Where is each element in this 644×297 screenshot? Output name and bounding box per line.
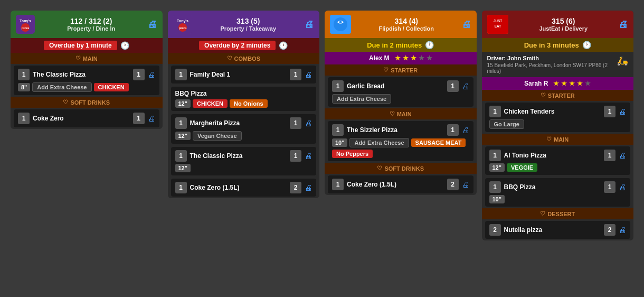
item-quantity: 1 (175, 117, 187, 129)
order-info: 314 (4) Flipdish / Collection (351, 17, 462, 32)
item-quantity: 1 (175, 150, 187, 162)
section-header-starter: ♡STARTER (325, 64, 477, 76)
modifier-row: 12"Vegan Cheese (175, 131, 312, 141)
order-info: 313 (5) Property / Takeaway (192, 17, 305, 32)
item-name: Al Tonio Pizza (504, 152, 601, 159)
item-quantity: 1 (332, 80, 344, 92)
item-print-button[interactable]: 🖨 (619, 226, 626, 234)
item-quantity-right: 1 (604, 181, 615, 193)
clock-icon: 🕐 (582, 41, 591, 49)
section-header-dessert: ♡DESSERT (482, 208, 634, 219)
driver-name: Driver: John Smith (487, 55, 614, 61)
modifier-tag: No Peppers (332, 150, 373, 158)
svg-text:Tony's: Tony's (20, 19, 31, 23)
customer-bar: Alex M★★★★★ (325, 52, 477, 64)
driver-info: Driver: John Smith 15 Beefield Park, Pec… (482, 52, 634, 77)
item-print-button[interactable]: 🖨 (148, 70, 155, 79)
item-quantity-right: 1 (604, 106, 615, 117)
svg-point-9 (339, 21, 342, 24)
order-number: 112 / 312 (2) (35, 17, 148, 25)
item-quantity-right: 1 (133, 69, 145, 80)
order-item: 1 Margherita Pizza 1 🖨 12"Vegan Cheese (171, 114, 317, 144)
svg-text:pizza: pizza (22, 26, 30, 30)
order-type: JustEat / Delivery (508, 25, 619, 32)
order-type: Property / Dine In (35, 25, 148, 32)
item-name: The Classic Pizza (190, 152, 287, 160)
item-name: The Sizzler Pizza (347, 126, 444, 134)
item-print-button[interactable]: 🖨 (305, 183, 312, 192)
modifier-tag: 12" (175, 132, 191, 140)
item-quantity-right: 2 (604, 224, 615, 236)
item-name: Chicken Tenders (504, 108, 601, 115)
item-print-button[interactable]: 🖨 (619, 151, 626, 160)
modifier-tag: 8" (18, 83, 30, 91)
item-print-button[interactable]: 🖨 (619, 107, 626, 116)
item-print-button[interactable]: 🖨 (305, 70, 312, 79)
item-name: Nutella pizza (504, 226, 601, 234)
order-info: 315 (6) JustEat / Delivery (508, 17, 619, 32)
item-quantity: 1 (175, 182, 187, 193)
customer-bar: Sarah R★★★★★ (482, 77, 634, 90)
brand-logo: Tony's pizza (16, 15, 35, 34)
item-quantity-right: 1 (290, 69, 301, 80)
item-print-button[interactable]: 🖨 (305, 152, 312, 160)
order-board: Tony's pizza 112 / 312 (2) Property / Di… (0, 0, 644, 297)
svg-text:EAT: EAT (494, 24, 501, 28)
section-header-main: ♡MAIN (325, 108, 477, 119)
item-name: Coke Zero (33, 115, 130, 122)
svg-point-8 (334, 17, 347, 31)
customer-name: Alex M (369, 54, 390, 62)
item-quantity: 1 (489, 150, 501, 161)
order-number: 314 (4) (351, 17, 462, 25)
print-button[interactable]: 🖨 (305, 19, 314, 30)
order-item: 1 Chicken Tenders 1 🖨 Go Large (485, 103, 631, 132)
print-button[interactable]: 🖨 (462, 19, 471, 30)
item-print-button[interactable]: 🖨 (305, 119, 312, 127)
item-quantity: 1 (18, 113, 30, 124)
item-print-button[interactable]: 🖨 (462, 126, 469, 134)
clock-icon: 🕐 (120, 41, 129, 50)
modifier-tag: Go Large (489, 119, 524, 129)
order-item: 1 Al Tonio Pizza 1 🖨 12"VEGGIE (485, 146, 631, 175)
modifier-tag: Add Extra Cheese (349, 138, 409, 147)
item-print-button[interactable]: 🖨 (462, 180, 469, 189)
item-print-button[interactable]: 🖨 (462, 82, 469, 90)
modifier-tag: 12" (489, 163, 505, 172)
modifier-row: 10"Add Extra CheeseSAUSAGE MEATNo Pepper… (332, 138, 469, 158)
item-name: BBQ Pizza (504, 183, 601, 191)
item-name: The Classic Pizza (33, 71, 130, 78)
section-header-combos: ♡COMBOS (168, 53, 320, 64)
modifier-row: 12" (175, 164, 312, 172)
print-button[interactable]: 🖨 (619, 19, 628, 30)
order-item: 2 Nutella pizza 2 🖨 (485, 221, 631, 239)
clock-icon: 🕐 (425, 41, 434, 49)
driver-icon: 🛵 (617, 55, 628, 67)
item-quantity-right: 1 (290, 117, 301, 129)
item-print-button[interactable]: 🖨 (148, 114, 155, 123)
item-name: Garlic Bread (347, 82, 444, 90)
order-item: 1 Coke Zero (1.5L) 2 🖨 (328, 175, 473, 193)
item-name: BBQ Pizza (175, 90, 312, 97)
print-button[interactable]: 🖨 (148, 19, 157, 30)
item-name: Coke Zero (1.5L) (347, 181, 444, 188)
order-type: Flipdish / Collection (351, 25, 462, 32)
item-quantity: 1 (332, 179, 344, 190)
item-quantity: 1 (489, 106, 501, 117)
modifier-tag: Add Extra Cheese (332, 94, 391, 104)
order-card-card3: 314 (4) Flipdish / Collection 🖨 Due in 2… (325, 11, 477, 195)
order-item: 1 The Classic Pizza 1 🖨 12" (171, 147, 317, 175)
item-print-button[interactable]: 🖨 (619, 183, 626, 191)
order-type: Property / Takeaway (192, 25, 305, 32)
svg-text:Tony's: Tony's (177, 19, 188, 23)
status-badge: Overdue by 2 minutes (199, 41, 276, 50)
modifier-row: 8"Add Extra CheeseCHICKEN (18, 82, 155, 92)
driver-address: 15 Beefield Park, Peckham, London SW17 P… (487, 62, 614, 74)
brand-logo (330, 15, 351, 34)
item-quantity-right: 2 (447, 179, 459, 190)
item-quantity: 2 (489, 224, 501, 236)
modifier-tag: Vegan Cheese (193, 131, 242, 141)
section-header-main: ♡MAIN (11, 53, 163, 64)
item-quantity-right: 1 (447, 80, 459, 92)
modifier-row: Add Extra Cheese (332, 94, 469, 104)
order-number: 315 (6) (508, 17, 619, 25)
